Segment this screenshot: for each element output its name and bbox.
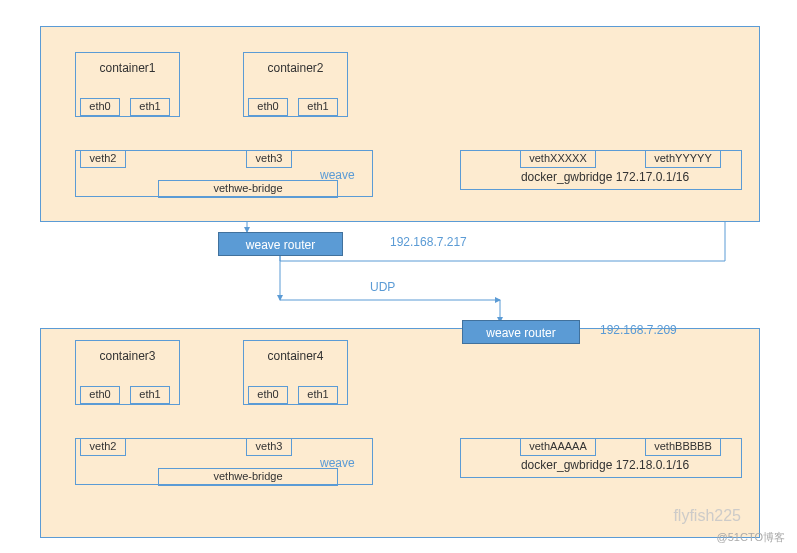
weave-router-1: weave router [218, 232, 343, 256]
container1-label: container1 [76, 61, 179, 75]
host1-ip: 192.168.7.217 [390, 235, 467, 249]
container3-eth1: eth1 [130, 386, 170, 404]
container1-eth1: eth1 [130, 98, 170, 116]
host2-vethb: vethBBBBB [645, 438, 721, 456]
container4-eth1: eth1 [298, 386, 338, 404]
container2-eth0: eth0 [248, 98, 288, 116]
host1-gw-label: docker_gwbridge 172.17.0.1/16 [490, 170, 720, 184]
host2-ip: 192.168.7.209 [600, 323, 677, 337]
host2-vethwe-bridge: vethwe-bridge [158, 468, 338, 486]
host2-gw-label: docker_gwbridge 172.18.0.1/16 [490, 458, 720, 472]
container3-label: container3 [76, 349, 179, 363]
container3-eth0: eth0 [80, 386, 120, 404]
host1-veth3: veth3 [246, 150, 292, 168]
watermark: flyfish225 [673, 507, 741, 525]
container4-label: container4 [244, 349, 347, 363]
container2-eth1: eth1 [298, 98, 338, 116]
container4-eth0: eth0 [248, 386, 288, 404]
container2-label: container2 [244, 61, 347, 75]
host1-veth2: veth2 [80, 150, 126, 168]
host1-vethwe-bridge: vethwe-bridge [158, 180, 338, 198]
host1-vethy: vethYYYYY [645, 150, 721, 168]
host2-veth2: veth2 [80, 438, 126, 456]
host2-veth3: veth3 [246, 438, 292, 456]
sub-watermark: @51CTO博客 [717, 530, 785, 545]
host1-vethx: vethXXXXX [520, 150, 596, 168]
host2-vetha: vethAAAAA [520, 438, 596, 456]
udp-label: UDP [370, 280, 395, 294]
container1-eth0: eth0 [80, 98, 120, 116]
weave-router-2: weave router [462, 320, 580, 344]
